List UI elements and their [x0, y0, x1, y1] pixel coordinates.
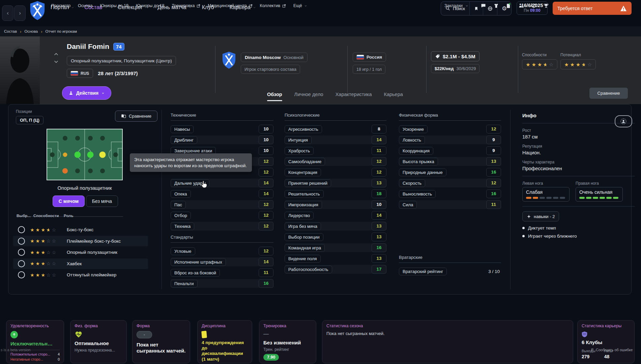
player-club[interactable]: Dinamo Moscow Основной — [241, 53, 308, 62]
column-ability[interactable]: Способности — [33, 214, 59, 218]
role-row[interactable]: ★★★☆☆Оттянутый плеймейкер — [13, 270, 148, 280]
condition-card[interactable]: Физ. форма Оптимальное Нужна предсезонна… — [70, 320, 127, 363]
attribute-row[interactable]: Храбрость11 — [285, 146, 386, 155]
player-squad-status[interactable]: Игрок стартового состава — [241, 65, 300, 74]
breadcrumb-squad[interactable]: Состав — [4, 29, 17, 33]
role-radio[interactable] — [18, 226, 25, 233]
attribute-row[interactable]: Концентрация12 — [285, 168, 386, 177]
subnav-overview[interactable]: Просмотр — [51, 3, 70, 8]
attribute-row[interactable]: Интуиция14 — [285, 135, 386, 144]
attribute-row[interactable]: Ловкость9 — [399, 135, 501, 144]
trophy-icon[interactable] — [544, 3, 549, 8]
attribute-row[interactable]: Угловые12 — [171, 247, 273, 255]
attribute-row[interactable]: Сила11 — [399, 200, 501, 209]
column-role[interactable]: Роль — [64, 214, 74, 218]
scouting-icon[interactable] — [518, 3, 524, 8]
bookmarks-dropdown[interactable]: Закладки — [444, 0, 468, 11]
attribute-row[interactable]: Опека14 — [171, 189, 273, 198]
attribute-row[interactable]: Самообладание12 — [285, 157, 386, 166]
attribute-row[interactable]: Принятие решений13 — [285, 179, 386, 187]
chevron-up-icon[interactable] — [54, 53, 58, 56]
refresh-icon[interactable] — [531, 3, 536, 8]
compare-button[interactable]: Сравнение — [589, 88, 628, 99]
response-required-button[interactable]: Требуется ответ — [553, 2, 632, 15]
attribute-row[interactable]: Игра без мяча13 — [285, 222, 386, 231]
tab-attributes[interactable]: Характеристика — [336, 87, 372, 102]
role-row[interactable]: ★★★☆☆Хавбек — [13, 259, 148, 269]
subnav-training[interactable]: Тренировка — [172, 3, 200, 8]
tab-profile[interactable]: Личное дело — [294, 87, 323, 102]
with-ball-button[interactable]: С мячом — [53, 195, 85, 207]
attribute-row[interactable]: Координация9 — [399, 146, 501, 155]
attribute-row[interactable]: Выносливость16 — [399, 189, 501, 198]
report-bug-link[interactable]: Сообщить об ошибке — [591, 348, 633, 352]
subnav-dynamics[interactable]: Коллектив — [260, 3, 286, 8]
role-radio[interactable] — [18, 249, 25, 256]
attribute-row[interactable]: Лидерство14 — [285, 211, 386, 220]
goalkeeper-rating-row[interactable]: Вратарский рейтинг 3 / 10 — [399, 267, 501, 276]
player-nation[interactable]: Россия — [353, 53, 386, 62]
attribute-row[interactable]: Ускорение12 — [399, 125, 501, 133]
attribute-label: Решительность — [285, 190, 324, 198]
form-card[interactable]: Форма - Пока нет сыгранных матчей. — [132, 320, 190, 363]
player-position[interactable]: Опорный полузащитник, Полузащитник (Цент… — [67, 56, 176, 65]
breadcrumb-first-team[interactable]: Основа — [24, 29, 38, 33]
role-radio[interactable] — [18, 260, 25, 267]
skills-badge[interactable]: навыки - 2 — [522, 211, 559, 221]
star-icon: ★ — [570, 62, 575, 67]
role-radio[interactable] — [18, 271, 25, 278]
column-selected[interactable]: Выбр... — [17, 214, 31, 218]
attribute-row[interactable]: Работоспособность17 — [285, 265, 386, 274]
attribute-row[interactable]: Навесы10 — [171, 125, 273, 133]
attribute-row[interactable]: Агрессивность8 — [285, 125, 386, 133]
attribute-row[interactable]: Решительность18 — [285, 189, 386, 198]
attribute-row[interactable]: Техника12 — [171, 222, 273, 231]
player-face-button[interactable] — [615, 115, 632, 127]
discipline-card[interactable]: Дисциплина 4 предупреждения до дисквалиф… — [197, 320, 252, 363]
attribute-row[interactable]: Высота прыжка13 — [399, 157, 501, 166]
tab-overview[interactable]: Обзор — [267, 87, 282, 102]
attribute-row[interactable]: Пас12 — [171, 200, 273, 209]
quick-access-icons — [480, 0, 549, 11]
subnav-u19[interactable]: Юниоры до 19 — [100, 3, 128, 8]
attribute-row[interactable]: Дриблинг10 — [171, 135, 273, 144]
attribute-row[interactable]: Дальние удары14 — [171, 179, 273, 187]
club-crest-icon[interactable] — [28, 1, 47, 21]
attribute-row[interactable]: Импровизация10 — [285, 200, 386, 209]
squad-shirt-icon[interactable] — [493, 3, 499, 8]
attribute-row[interactable]: Пенальти16 — [171, 279, 273, 288]
attribute-row[interactable]: Вброс из-за боковой11 — [171, 268, 273, 277]
back-button[interactable]: ‹ — [2, 5, 13, 21]
attribute-row[interactable]: Природные данные16 — [399, 168, 501, 177]
player-nationality-badge[interactable]: RUS — [67, 69, 93, 78]
positions-compare-button[interactable]: Сравнение — [115, 111, 157, 122]
role-row[interactable]: ★★★☆★☆Бокс-ту-бокс — [13, 224, 148, 235]
subnav-more[interactable]: Ещё — [293, 3, 307, 8]
satisfaction-card[interactable]: Удовлетворенность Исключительн… Положите… — [6, 320, 64, 363]
career-stats-card[interactable]: Статистика карьеры 6 Клубы Выходы279 Гол… — [577, 320, 635, 363]
inbox-chat-icon[interactable] — [480, 3, 486, 8]
chevron-down-icon[interactable] — [54, 60, 58, 63]
positions-title: Позиции — [16, 109, 32, 114]
training-card[interactable]: Тренировка — Без изменений Трен. рейтинг… — [259, 320, 316, 363]
attribute-row[interactable]: Выбор позиции13 — [285, 233, 386, 241]
role-row[interactable]: ★★★☆☆Плеймейкер бокс-ту-бокс — [13, 236, 148, 246]
player-value[interactable]: $2.1M - $4.5M — [431, 51, 479, 61]
without-ball-button[interactable]: Без мяча — [86, 195, 118, 207]
attribute-row[interactable]: Отбор12 — [171, 211, 273, 220]
tab-career[interactable]: Карьера — [384, 87, 403, 102]
attribute-row[interactable]: Видение поля13 — [285, 254, 386, 263]
attribute-row[interactable]: Скорость12 — [399, 179, 501, 187]
subnav-medical-centre[interactable]: Медицинский центр — [208, 3, 252, 8]
actions-button[interactable]: Действия — [62, 86, 111, 100]
attribute-row[interactable]: Командная игра16 — [285, 243, 386, 252]
role-radio[interactable] — [18, 238, 25, 245]
player-card-icon[interactable] — [506, 3, 511, 9]
subnav-u18[interactable]: Юниоры до 18 — [136, 3, 165, 8]
club-crest-icon[interactable] — [221, 51, 237, 69]
attribute-row[interactable]: Исполнение штрафных14 — [171, 257, 273, 266]
forward-button[interactable]: › — [14, 5, 26, 21]
season-stats-card[interactable]: Статистика сезона Пока нет сыгранных мат… — [322, 320, 573, 363]
role-row[interactable]: ★★★☆☆Опорный полузащитник — [13, 247, 148, 257]
subnav-first-team[interactable]: Основа — [78, 3, 92, 8]
